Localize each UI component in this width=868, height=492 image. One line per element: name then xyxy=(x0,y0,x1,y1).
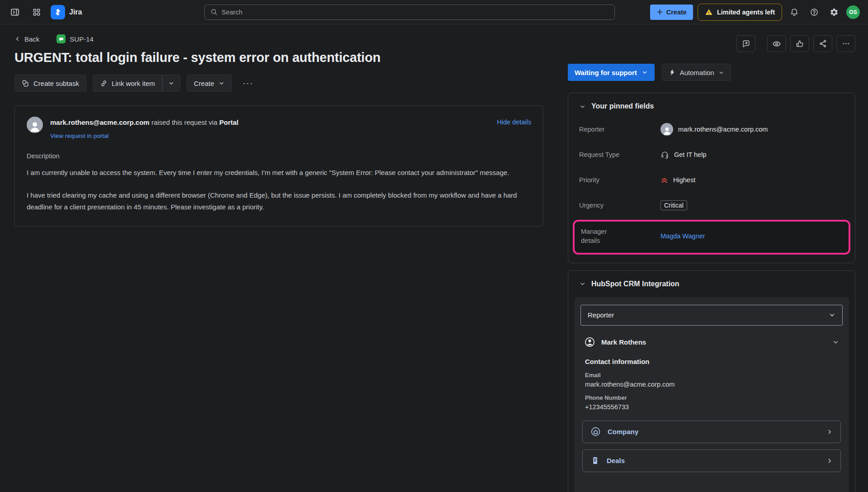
create-subtask-button[interactable]: Create subtask xyxy=(14,75,86,92)
chevron-right-icon xyxy=(826,429,833,435)
reporter-avatar xyxy=(27,117,43,133)
global-create-button[interactable]: Create xyxy=(650,5,693,20)
more-options-button[interactable] xyxy=(836,35,855,52)
priority-highest-icon xyxy=(660,176,668,184)
feedback-icon xyxy=(742,39,750,48)
jira-logo-icon xyxy=(51,5,65,19)
create-dropdown-button[interactable]: Create xyxy=(187,75,232,92)
share-icon xyxy=(819,39,827,48)
field-row-request-type: Request Type Get IT help xyxy=(579,148,844,161)
company-button[interactable]: Company xyxy=(582,421,841,443)
reporter-avatar xyxy=(660,123,673,136)
jira-home-link[interactable]: Jira xyxy=(51,5,82,19)
field-row-urgency: Urgency Critical xyxy=(579,199,844,212)
hide-details-link[interactable]: Hide details xyxy=(497,117,531,126)
global-search[interactable] xyxy=(204,5,615,20)
deals-button[interactable]: Deals xyxy=(582,449,841,472)
limited-agents-button[interactable]: Limited agents left xyxy=(698,4,782,21)
vote-button[interactable] xyxy=(790,35,809,52)
person-circle-icon xyxy=(584,336,595,348)
expand-sidebar-icon xyxy=(10,7,20,17)
feedback-button[interactable] xyxy=(736,35,755,52)
link-work-item-button[interactable]: Link work item xyxy=(93,75,162,92)
eye-icon xyxy=(772,39,781,48)
contact-information-title: Contact information xyxy=(585,358,838,365)
request-details-panel: mark.rothens@acme.corp.com raised this r… xyxy=(14,105,543,227)
issue-main-content: Back SUP-14 URGENT: total login failure … xyxy=(0,24,568,492)
search-icon xyxy=(210,8,218,16)
phone-label: Phone Number xyxy=(585,394,838,401)
chevron-down-icon xyxy=(642,69,648,76)
issue-toolbar xyxy=(568,35,855,52)
back-link[interactable]: Back xyxy=(14,35,39,43)
issue-key-link[interactable]: SUP-14 xyxy=(57,34,94,43)
chevron-down-icon xyxy=(832,339,839,345)
hubspot-panel: Reporter Mark Rothens xyxy=(574,297,849,492)
description-label: Description xyxy=(27,152,531,160)
notifications-button[interactable] xyxy=(787,5,802,20)
issue-actions: Create subtask Link work item xyxy=(14,75,543,92)
hubspot-crm-card: HubSpot CRM Integration Reporter Mark Ro… xyxy=(568,270,855,492)
reporter-value[interactable]: mark.rothens@acme.corp.com xyxy=(660,123,768,136)
status-row: Waiting for support Automation xyxy=(568,64,855,81)
ellipsis-icon xyxy=(842,39,850,48)
request-type-icon xyxy=(57,34,66,43)
watch-button[interactable] xyxy=(767,35,786,52)
raised-via-text: mark.rothens@acme.corp.com raised this r… xyxy=(50,117,238,127)
share-button[interactable] xyxy=(813,35,832,52)
bell-icon xyxy=(790,8,799,17)
chevron-down-icon xyxy=(718,70,724,76)
more-actions-button[interactable]: ··· xyxy=(238,75,258,92)
request-type-value[interactable]: Get IT help xyxy=(660,151,706,159)
chevron-down-icon xyxy=(829,312,835,318)
headset-icon xyxy=(660,151,669,159)
chevron-left-icon xyxy=(14,36,21,42)
issue-sidebar: Waiting for support Automation xyxy=(568,24,868,492)
top-navigation-bar: Jira Create Limited agents left xyxy=(0,0,868,24)
field-row-reporter: Reporter mark.rothens@acme.corp.com xyxy=(579,123,844,136)
app-switcher-button[interactable] xyxy=(29,5,44,20)
field-row-priority: Priority Highest xyxy=(579,174,844,186)
email-label: Email xyxy=(585,372,838,378)
bolt-icon xyxy=(669,69,676,76)
app-switcher-icon xyxy=(32,8,41,17)
priority-value[interactable]: Highest xyxy=(660,176,695,184)
chevron-down-icon xyxy=(579,280,586,287)
jira-app-window: Jira Create Limited agents left xyxy=(0,0,868,492)
chevron-down-icon xyxy=(218,80,225,86)
link-work-item-split-button: Link work item xyxy=(93,75,180,92)
warning-icon xyxy=(705,8,713,16)
hubspot-header[interactable]: HubSpot CRM Integration xyxy=(579,280,844,288)
chevron-down-icon xyxy=(168,80,175,86)
phone-value: +12345556733 xyxy=(585,403,838,411)
breadcrumb: Back SUP-14 xyxy=(14,34,543,43)
view-request-in-portal-link[interactable]: View request in portal xyxy=(50,132,109,139)
settings-button[interactable] xyxy=(826,5,842,20)
thumbs-up-icon xyxy=(796,39,804,48)
subtask-icon xyxy=(22,80,29,87)
expand-sidebar-button[interactable] xyxy=(7,5,23,20)
pinned-fields-header[interactable]: Your pinned fields xyxy=(579,102,844,110)
status-dropdown[interactable]: Waiting for support xyxy=(568,64,655,81)
urgency-badge[interactable]: Critical xyxy=(660,200,687,210)
field-row-manager-details: Manager details Magda Wagner xyxy=(581,227,842,246)
deals-icon xyxy=(590,456,600,465)
help-icon xyxy=(810,8,819,17)
app-name: Jira xyxy=(69,8,82,16)
user-avatar[interactable]: OS xyxy=(846,5,860,19)
email-value: mark.rothens@acme.corp.com xyxy=(585,381,838,388)
hubspot-contact-row[interactable]: Mark Rothens xyxy=(580,333,843,351)
gear-icon xyxy=(830,8,839,17)
home-circle-icon xyxy=(590,426,601,437)
help-button[interactable] xyxy=(807,5,822,20)
manager-details-link[interactable]: Magda Wagner xyxy=(660,232,705,240)
link-work-item-dropdown[interactable] xyxy=(162,75,180,92)
automation-dropdown[interactable]: Automation xyxy=(662,64,731,81)
manager-details-highlight: Manager details Magda Wagner xyxy=(573,220,850,255)
chevron-down-icon xyxy=(579,103,586,110)
ellipsis-icon: ··· xyxy=(243,79,254,88)
hubspot-view-select[interactable]: Reporter xyxy=(580,305,843,326)
link-icon xyxy=(100,80,108,87)
search-input[interactable] xyxy=(222,9,609,16)
chevron-right-icon xyxy=(826,458,833,464)
